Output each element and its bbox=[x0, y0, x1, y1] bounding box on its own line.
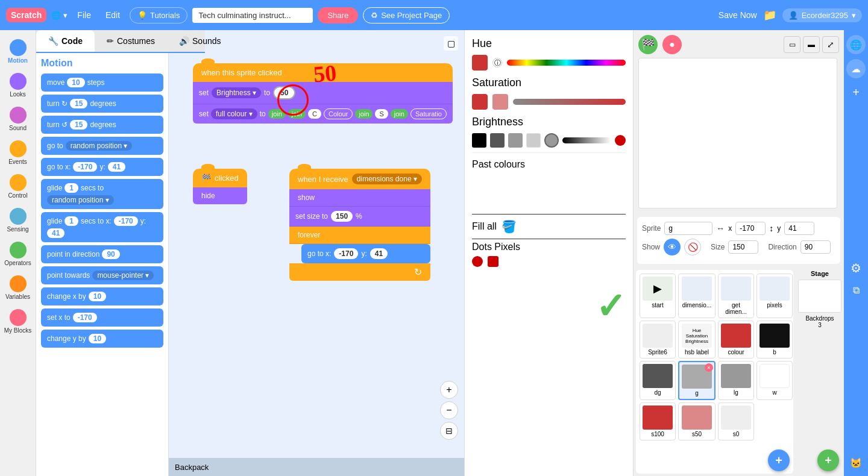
direction-input[interactable] bbox=[800, 240, 831, 254]
hat-block-receive[interactable]: when I receive dimensions done ▾ bbox=[289, 169, 430, 189]
block-set-full-colour[interactable]: set full colour ▾ to join join C Colour … bbox=[193, 104, 453, 124]
sprite-thumb-sprite6[interactable]: Sprite6 bbox=[640, 321, 676, 359]
block-glide-random[interactable]: glide 1 secs to random position ▾ bbox=[41, 179, 163, 209]
block-move-steps[interactable]: move 10 steps bbox=[41, 74, 163, 92]
file-menu[interactable]: File bbox=[72, 8, 96, 22]
join-block-4[interactable]: join bbox=[391, 109, 408, 119]
sprite-thumb-b[interactable]: b bbox=[756, 321, 793, 359]
sprite-thumb-s0[interactable]: s0 bbox=[718, 402, 754, 440]
fit-button[interactable]: ⊟ bbox=[440, 422, 458, 440]
sat-swatch-1[interactable] bbox=[472, 94, 488, 110]
green-flag-button[interactable]: 🏁 bbox=[638, 35, 658, 54]
hat-block-sprite-clicked[interactable]: when this sprite clicked bbox=[193, 63, 453, 82]
script-group-3[interactable]: when I receive dimensions done ▾ show se… bbox=[289, 169, 430, 281]
see-project-button[interactable]: ♻ See Project Page bbox=[363, 7, 450, 23]
category-motion[interactable]: Motion bbox=[0, 36, 36, 67]
category-events[interactable]: Events bbox=[0, 137, 36, 168]
sprite-thumb-start[interactable]: ▶ start bbox=[640, 274, 676, 318]
sprite-name-input[interactable] bbox=[664, 222, 712, 235]
hue-slider[interactable] bbox=[507, 60, 626, 66]
category-operators[interactable]: Operators bbox=[0, 239, 36, 269]
dots-red-circle[interactable] bbox=[472, 256, 483, 267]
block-goto-xy-inner[interactable]: go to x: -170 y: 41 bbox=[301, 244, 430, 263]
size-input[interactable] bbox=[728, 240, 758, 254]
brightness-value[interactable]: 50 bbox=[273, 86, 295, 99]
brightness-dropdown[interactable]: Brightness ▾ bbox=[212, 87, 261, 98]
share-button[interactable]: Share bbox=[318, 7, 358, 23]
script-area[interactable]: when this sprite clicked set Brightness … bbox=[169, 30, 464, 476]
block-show[interactable]: show bbox=[289, 189, 430, 207]
brt-swatch-lightgray[interactable] bbox=[526, 133, 541, 148]
block-turn-right[interactable]: turn ↻ 15 degrees bbox=[41, 95, 163, 113]
hue-swatch-1[interactable] bbox=[472, 55, 488, 70]
block-point-direction[interactable]: point in direction 90 bbox=[41, 245, 163, 263]
join-block-1[interactable]: join bbox=[268, 109, 286, 119]
block-hide[interactable]: hide bbox=[193, 187, 247, 204]
brt-swatch-gray[interactable] bbox=[508, 133, 523, 148]
script-group-2[interactable]: 🏁 clicked hide bbox=[193, 169, 247, 204]
category-control[interactable]: Control bbox=[0, 171, 36, 202]
dimensions-done-dropdown[interactable]: dimensions done ▾ bbox=[352, 174, 422, 184]
sprite-thumb-s100[interactable]: s100 bbox=[640, 402, 676, 440]
x-input[interactable] bbox=[735, 222, 766, 235]
sat-swatch-2[interactable] bbox=[492, 94, 508, 110]
sprite-thumb-getdimen[interactable]: get dimen... bbox=[718, 274, 754, 318]
block-change-y[interactable]: change y by 10 bbox=[41, 330, 163, 348]
stage-thumbnail[interactable] bbox=[798, 280, 841, 313]
scratch-logo[interactable]: Scratch bbox=[6, 8, 46, 22]
join-block-2[interactable]: join bbox=[288, 109, 306, 119]
sprite-thumb-dg[interactable]: dg bbox=[640, 361, 676, 400]
sprite-thumb-colour[interactable]: colour bbox=[718, 321, 754, 359]
block-set-x[interactable]: set x to -170 bbox=[41, 308, 163, 327]
block-turn-left[interactable]: turn ↺ 15 degrees bbox=[41, 116, 163, 134]
brt-slider[interactable] bbox=[562, 137, 611, 143]
script-group-1[interactable]: when this sprite clicked set Brightness … bbox=[193, 63, 453, 124]
saturation-value[interactable]: Saturatio bbox=[410, 108, 447, 119]
zoom-in-button[interactable]: + bbox=[440, 381, 458, 399]
far-right-add-sprite-2[interactable]: 🐱 bbox=[848, 455, 864, 471]
stop-button[interactable]: ● bbox=[662, 35, 682, 54]
sprite-thumb-s50[interactable]: s50 bbox=[678, 402, 715, 440]
project-name[interactable]: Tech culminating instruct... bbox=[192, 8, 313, 23]
minimize-button[interactable]: ▢ bbox=[444, 36, 458, 51]
brt-swatch-black[interactable] bbox=[472, 133, 486, 148]
far-right-plus[interactable]: + bbox=[850, 83, 862, 102]
brt-swatch-darkgray[interactable] bbox=[490, 133, 505, 148]
fullscreen-button[interactable]: ⤢ bbox=[822, 36, 839, 53]
green-checkmark[interactable]: ✓ bbox=[596, 286, 626, 327]
fill-all-icon[interactable]: 🪣 bbox=[502, 219, 517, 234]
category-sensing[interactable]: Sensing bbox=[0, 205, 36, 236]
hue-info-icon[interactable]: ⓘ bbox=[492, 58, 502, 67]
sprite-thumb-pixels[interactable]: pixels bbox=[756, 274, 793, 318]
c-value[interactable]: C bbox=[308, 109, 321, 119]
zoom-out-button[interactable]: − bbox=[440, 401, 458, 419]
far-right-icon-2[interactable]: ☁ bbox=[846, 59, 866, 78]
hide-eye-button[interactable]: 🚫 bbox=[684, 239, 701, 255]
category-variables[interactable]: Variables bbox=[0, 272, 36, 303]
sprite-thumb-w[interactable]: w bbox=[756, 361, 793, 400]
block-go-to-xy[interactable]: go to x: -170 y: 41 bbox=[41, 158, 163, 176]
block-glide-xy[interactable]: glide 1 secs to x: -170 y: 41 bbox=[41, 212, 163, 242]
language-button[interactable]: 🌐 ▾ bbox=[51, 11, 68, 20]
show-eye-button[interactable]: 👁 bbox=[664, 239, 681, 255]
user-menu[interactable]: 👤 Ecordeir3295 ▾ bbox=[782, 8, 862, 22]
sprite-thumb-lg[interactable]: lg bbox=[718, 361, 754, 400]
save-now-button[interactable]: Save Now bbox=[719, 10, 757, 20]
colour-value[interactable]: Colour bbox=[324, 108, 353, 119]
small-stage-button[interactable]: ▭ bbox=[784, 36, 800, 53]
sprite-close-g[interactable]: × bbox=[705, 363, 713, 372]
block-forever[interactable]: forever bbox=[289, 227, 430, 244]
add-sprite-button[interactable]: + bbox=[768, 449, 790, 471]
far-right-settings[interactable]: ⚙ bbox=[848, 258, 864, 278]
edit-menu[interactable]: Edit bbox=[101, 8, 125, 22]
code-tab[interactable]: 🔧 Code bbox=[36, 30, 95, 52]
goto-x-val[interactable]: -170 bbox=[334, 248, 358, 259]
join-block-3[interactable]: join bbox=[355, 109, 373, 119]
sprite-thumb-g[interactable]: × g bbox=[678, 361, 715, 400]
category-myblocks[interactable]: My Blocks bbox=[0, 306, 36, 337]
costumes-tab[interactable]: ✏ Costumes bbox=[95, 30, 167, 52]
block-point-towards[interactable]: point towards mouse-pointer ▾ bbox=[41, 266, 163, 284]
goto-y-val[interactable]: 41 bbox=[370, 248, 388, 259]
y-input[interactable] bbox=[784, 222, 814, 235]
large-stage-button[interactable]: ▬ bbox=[803, 36, 820, 53]
